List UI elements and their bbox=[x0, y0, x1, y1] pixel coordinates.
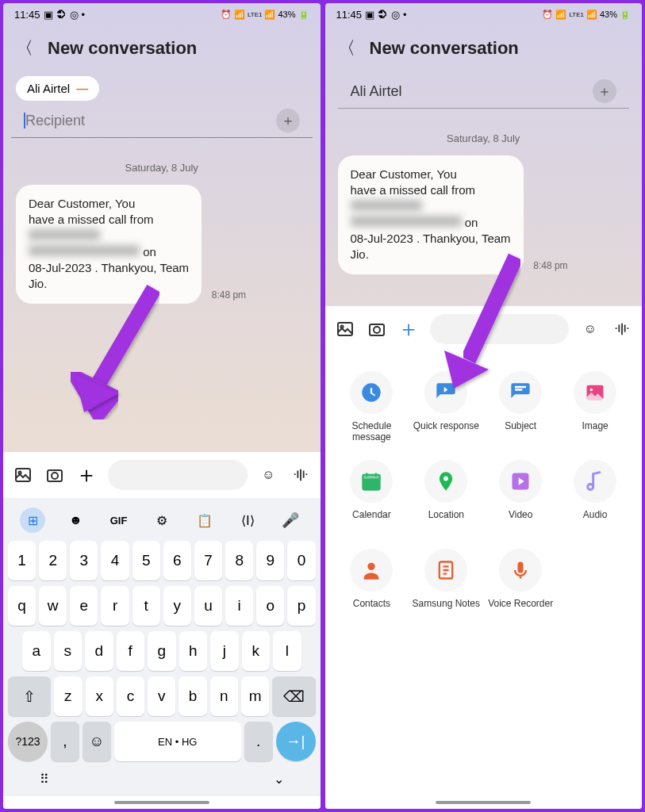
key-q[interactable]: q bbox=[8, 586, 36, 626]
kb-mic-icon[interactable]: 🎤 bbox=[278, 508, 303, 533]
attach-samsung-notes[interactable]: Samsung Notes bbox=[412, 549, 480, 620]
notes-icon bbox=[424, 549, 467, 592]
camera-button[interactable] bbox=[367, 319, 387, 339]
kb-settings-icon[interactable]: ⚙ bbox=[149, 508, 175, 533]
voice-button[interactable] bbox=[290, 465, 311, 485]
attach-subject[interactable]: Subject bbox=[486, 371, 555, 443]
attach-label: Subject bbox=[505, 420, 536, 442]
key-5[interactable]: 5 bbox=[132, 541, 160, 580]
attach-plus-button[interactable]: ＋ bbox=[398, 319, 419, 339]
status-bar: 11:45 ▣ ⮊ ◎ • ⏰ 📶 LTE1 📶 43% 🔋 bbox=[3, 3, 321, 25]
camera-button[interactable] bbox=[44, 465, 65, 485]
attach-video[interactable]: Video bbox=[486, 460, 555, 531]
key-g[interactable]: g bbox=[148, 631, 176, 671]
kb-clipboard-icon[interactable]: 📋 bbox=[192, 508, 217, 533]
key-u[interactable]: u bbox=[194, 586, 222, 626]
enter-key[interactable]: →| bbox=[276, 722, 316, 761]
kb-collapse-icon[interactable]: ⌄ bbox=[274, 772, 284, 787]
kb-translate-icon[interactable]: ⟨Ⅰ⟩ bbox=[235, 508, 260, 533]
attach-quick-response[interactable]: Quick response bbox=[412, 371, 480, 443]
symbols-key[interactable]: ?123 bbox=[8, 722, 48, 761]
back-button[interactable]: 〈 bbox=[16, 36, 33, 60]
key-l[interactable]: l bbox=[273, 631, 301, 671]
kb-gif-icon[interactable]: GIF bbox=[106, 508, 132, 533]
keyboard: ⊞ ☻ GIF ⚙ 📋 ⟨Ⅰ⟩ 🎤 1234567890 qwertyuiop … bbox=[3, 498, 321, 796]
attach-calendar[interactable]: Calendar bbox=[338, 460, 406, 531]
attach-voice-recorder[interactable]: Voice Recorder bbox=[486, 549, 555, 620]
date-header: Saturday, 8 July bbox=[16, 162, 308, 174]
add-recipient-button[interactable]: ＋ bbox=[593, 79, 616, 103]
emoji-key[interactable]: ☺ bbox=[83, 722, 111, 761]
key-4[interactable]: 4 bbox=[101, 541, 129, 580]
key-7[interactable]: 7 bbox=[194, 541, 222, 580]
nav-handle[interactable] bbox=[114, 801, 209, 804]
voice-button[interactable] bbox=[612, 319, 632, 339]
kb-row-bot: ⇧ zxcvbnm ⌫ bbox=[8, 676, 316, 716]
key-d[interactable]: d bbox=[85, 631, 113, 671]
key-m[interactable]: m bbox=[241, 676, 269, 716]
message-time: 8:48 pm bbox=[212, 289, 246, 301]
gallery-button[interactable] bbox=[13, 465, 33, 485]
nav-bar bbox=[3, 796, 321, 809]
key-8[interactable]: 8 bbox=[225, 541, 253, 580]
status-bar: 11:45 ▣ ⮊ ◎ • ⏰ 📶 LTE1 📶 43% 🔋 bbox=[325, 3, 643, 25]
shift-key[interactable]: ⇧ bbox=[8, 676, 51, 716]
attach-location[interactable]: Location bbox=[412, 460, 480, 531]
nav-handle[interactable] bbox=[436, 801, 531, 804]
incoming-message[interactable]: Dear Customer, You have a missed call fr… bbox=[338, 155, 524, 274]
space-key[interactable]: EN • HG bbox=[114, 722, 241, 761]
message-input[interactable] bbox=[430, 314, 570, 344]
kb-sticker-icon[interactable]: ☻ bbox=[63, 508, 88, 533]
attach-image[interactable]: Image bbox=[561, 371, 629, 443]
kb-resize-icon[interactable]: ⠿ bbox=[40, 772, 49, 787]
recipient-input[interactable] bbox=[25, 113, 276, 129]
message-input[interactable] bbox=[108, 460, 248, 490]
key-v[interactable]: v bbox=[148, 676, 175, 716]
key-0[interactable]: 0 bbox=[287, 541, 315, 580]
key-a[interactable]: a bbox=[22, 631, 51, 671]
key-j[interactable]: j bbox=[210, 631, 239, 671]
key-f[interactable]: f bbox=[117, 631, 145, 671]
recipient-row: Ali Airtel ＋ bbox=[338, 76, 630, 109]
attach-plus-button[interactable]: ＋ bbox=[76, 465, 97, 485]
key-i[interactable]: i bbox=[225, 586, 253, 626]
emoji-button[interactable]: ☺ bbox=[580, 319, 601, 339]
add-recipient-button[interactable]: ＋ bbox=[276, 109, 300, 132]
key-s[interactable]: s bbox=[54, 631, 83, 671]
attach-contacts[interactable]: Contacts bbox=[338, 549, 406, 620]
back-button[interactable]: 〈 bbox=[338, 36, 355, 60]
message-time: 8:48 pm bbox=[533, 260, 567, 271]
key-k[interactable]: k bbox=[242, 631, 271, 671]
chip-remove-icon[interactable]: — bbox=[76, 82, 88, 95]
contact-chip[interactable]: Ali Airtel — bbox=[16, 76, 99, 101]
contact-chip-name: Ali Airtel bbox=[27, 82, 70, 95]
comma-key[interactable]: , bbox=[51, 722, 79, 761]
attach-schedule-message[interactable]: Schedule message bbox=[338, 371, 406, 443]
key-6[interactable]: 6 bbox=[163, 541, 191, 580]
attach-audio[interactable]: Audio bbox=[561, 460, 629, 531]
key-y[interactable]: y bbox=[163, 586, 191, 626]
key-c[interactable]: c bbox=[117, 676, 144, 716]
incoming-message[interactable]: Dear Customer, You have a missed call fr… bbox=[16, 185, 202, 304]
gallery-button[interactable] bbox=[335, 319, 355, 339]
key-e[interactable]: e bbox=[70, 586, 98, 626]
key-t[interactable]: t bbox=[132, 586, 160, 626]
key-b[interactable]: b bbox=[179, 676, 206, 716]
key-w[interactable]: w bbox=[39, 586, 67, 626]
key-3[interactable]: 3 bbox=[70, 541, 98, 580]
key-r[interactable]: r bbox=[101, 586, 129, 626]
key-9[interactable]: 9 bbox=[256, 541, 284, 580]
key-2[interactable]: 2 bbox=[39, 541, 67, 580]
kb-apps-icon[interactable]: ⊞ bbox=[20, 508, 45, 533]
key-n[interactable]: n bbox=[210, 676, 238, 716]
key-h[interactable]: h bbox=[179, 631, 208, 671]
key-1[interactable]: 1 bbox=[8, 541, 36, 580]
key-p[interactable]: p bbox=[287, 586, 315, 626]
emoji-button[interactable]: ☺ bbox=[259, 465, 279, 485]
attach-label: Location bbox=[428, 509, 464, 531]
key-o[interactable]: o bbox=[256, 586, 284, 626]
key-z[interactable]: z bbox=[54, 676, 82, 716]
backspace-key[interactable]: ⌫ bbox=[272, 676, 315, 716]
period-key[interactable]: . bbox=[244, 722, 273, 761]
key-x[interactable]: x bbox=[86, 676, 113, 716]
